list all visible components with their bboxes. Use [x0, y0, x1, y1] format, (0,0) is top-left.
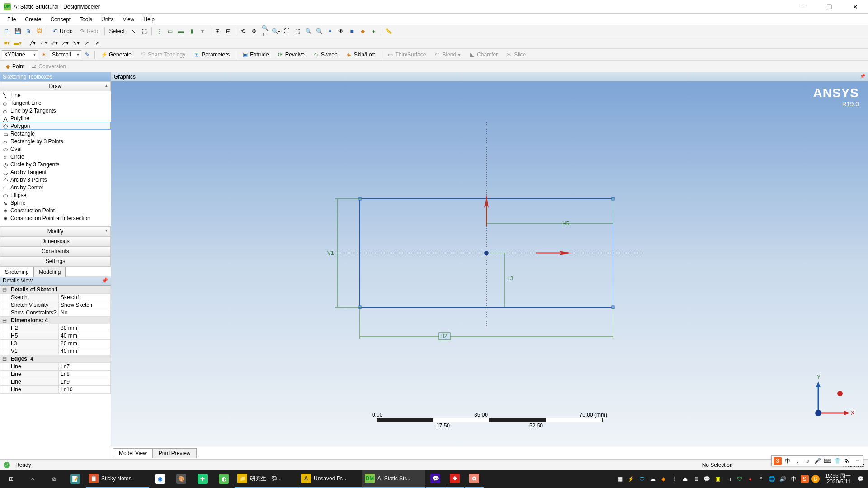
- zoom-fit[interactable]: ⛶: [282, 27, 292, 36]
- detail-constraints-value[interactable]: No: [59, 309, 111, 317]
- magnify[interactable]: 🔍: [303, 27, 313, 36]
- tool-arc-tangent[interactable]: ◡Arc by Tangent: [0, 168, 111, 176]
- redo-button[interactable]: ↷Redo: [76, 27, 103, 36]
- tool-spline[interactable]: ∿Spline: [0, 199, 111, 206]
- pinned-app-1[interactable]: ✚: [192, 470, 213, 488]
- dim-v1-value[interactable]: 40 mm: [59, 347, 111, 355]
- constraints-category-header[interactable]: Constraints: [0, 246, 111, 256]
- filter-points[interactable]: ⋮: [154, 27, 164, 36]
- tray-shield2-icon[interactable]: 🛡: [736, 475, 744, 483]
- thin-surface-button[interactable]: ▭Thin/Surface: [383, 50, 429, 60]
- select-cursor[interactable]: ↖: [128, 27, 138, 36]
- tray-user-icon[interactable]: B: [811, 475, 820, 483]
- collapse-group-dims[interactable]: ⊟: [0, 317, 9, 324]
- ruler-toggle[interactable]: 📏: [383, 27, 393, 36]
- prev-view[interactable]: 🔍: [314, 27, 324, 36]
- zoom-box[interactable]: ⬚: [292, 27, 302, 36]
- ime-skin-icon[interactable]: 👕: [833, 457, 841, 465]
- tab-sketching[interactable]: Sketching: [0, 267, 34, 277]
- taskbar-app-dm[interactable]: DMA: Static Str...: [362, 470, 425, 488]
- start-button[interactable]: ⊞: [1, 470, 22, 488]
- pinned-paint[interactable]: 🎨: [171, 470, 192, 488]
- tray-shield-icon[interactable]: 🛡: [638, 475, 646, 483]
- filter-more[interactable]: ▾: [198, 27, 208, 36]
- shrink-selection[interactable]: ⊟: [223, 27, 233, 36]
- tool-polygon[interactable]: ⬠Polygon: [0, 122, 111, 130]
- line-style-5[interactable]: ↗: [82, 38, 92, 47]
- export-button[interactable]: 🗎: [24, 27, 33, 36]
- collapse-group-edges[interactable]: ⊟: [0, 355, 9, 363]
- graphics-pin-icon[interactable]: 📌: [860, 74, 865, 80]
- pinned-notepad[interactable]: 📝: [65, 470, 85, 488]
- pinned-chrome[interactable]: ◉: [150, 470, 170, 488]
- face-color[interactable]: ■▾: [2, 38, 12, 47]
- skin-loft-button[interactable]: ◈Skin/Loft: [342, 50, 379, 60]
- taskbar-app-explorer[interactable]: 📁研究生---弹...: [235, 470, 298, 488]
- menu-concept[interactable]: Concept: [46, 14, 75, 24]
- ime-lang-toggle[interactable]: 中: [783, 457, 792, 465]
- tab-print-preview[interactable]: Print Preview: [153, 448, 197, 458]
- menu-create[interactable]: Create: [20, 14, 46, 24]
- tray-up-arrow-icon[interactable]: ^: [757, 475, 765, 483]
- sketch-new-button[interactable]: ✎: [82, 50, 92, 59]
- parameters-button[interactable]: ⊞Parameters: [190, 50, 233, 60]
- tool-rectangle-3-points[interactable]: ▱Rectangle by 3 Points: [0, 137, 111, 145]
- point-button[interactable]: ◆Point: [2, 62, 27, 71]
- ime-punct-toggle[interactable]: ，: [793, 457, 802, 465]
- ime-settings-icon[interactable]: 🛠: [843, 457, 851, 465]
- select-new[interactable]: ⬚: [139, 27, 149, 36]
- taskbar-app-red[interactable]: ❖: [445, 470, 464, 488]
- generate-button[interactable]: ⚡Generate: [97, 50, 135, 60]
- tool-rectangle[interactable]: ▭Rectangle: [0, 130, 111, 137]
- new-button[interactable]: 🗋: [2, 27, 12, 36]
- menu-view[interactable]: View: [118, 14, 139, 24]
- sketch-combo[interactable]: Sketch1: [50, 50, 81, 59]
- tray-action-center-icon[interactable]: 💬: [856, 475, 864, 483]
- chamfer-button[interactable]: ◣Chamfer: [465, 50, 501, 60]
- dimensions-category-header[interactable]: Dimensions: [0, 236, 111, 246]
- view-triad[interactable]: Y X: [809, 379, 850, 420]
- line-style-4[interactable]: ⤡▾: [71, 38, 81, 47]
- rotate-view[interactable]: ⟲: [238, 27, 248, 36]
- ime-keyboard-icon[interactable]: ⌨: [823, 457, 831, 465]
- dim-l3-value[interactable]: 20 mm: [59, 340, 111, 347]
- ime-floating-bar[interactable]: S 中 ， ☺ 🎤 ⌨ 👕 🛠 ≡: [771, 455, 863, 466]
- tab-modeling[interactable]: Modeling: [34, 267, 66, 277]
- pin-icon[interactable]: 📌: [101, 277, 108, 284]
- tray-red-icon[interactable]: ●: [746, 475, 755, 483]
- share-topology-button[interactable]: ♡Share Topology: [136, 50, 189, 60]
- menu-tools[interactable]: Tools: [75, 14, 97, 24]
- line-tool[interactable]: ╱▾: [28, 38, 38, 47]
- collapse-group-sketch[interactable]: ⊟: [0, 286, 9, 294]
- ime-logo-icon[interactable]: S: [774, 457, 782, 465]
- tool-construction-point[interactable]: ✶Construction Point: [0, 206, 111, 214]
- menu-help[interactable]: Help: [139, 14, 159, 24]
- graphics-canvas[interactable]: ANSYS R19.0: [111, 81, 868, 447]
- tray-grid-icon[interactable]: ▦: [616, 475, 624, 483]
- save-button[interactable]: 💾: [13, 27, 23, 36]
- dim-h5-value[interactable]: 40 mm: [59, 332, 111, 340]
- undo-button[interactable]: ↶Undo: [49, 27, 75, 36]
- iso-view[interactable]: ✦: [325, 27, 335, 36]
- tool-construction-point-intersection[interactable]: ✷Construction Point at Intersection: [0, 214, 111, 222]
- cortana-button[interactable]: ○: [22, 470, 43, 488]
- edge-ln7[interactable]: Ln7: [59, 363, 111, 371]
- tool-ellipse[interactable]: ⬭Ellipse: [0, 191, 111, 199]
- pan-view[interactable]: ✥: [249, 27, 259, 36]
- filter-faces[interactable]: ▬: [176, 27, 186, 36]
- tray-volume-icon[interactable]: 🔊: [779, 475, 787, 483]
- tray-sogou-icon[interactable]: S: [801, 475, 809, 483]
- taskbar-clock[interactable]: 15:55 周一 2020/5/11: [822, 473, 854, 485]
- pinned-app-2[interactable]: ◐: [213, 470, 234, 488]
- tool-line-by-2-tangents[interactable]: ⦶Line by 2 Tangents: [0, 107, 111, 114]
- tray-gray-icon[interactable]: ◻: [725, 475, 733, 483]
- edge-ln10[interactable]: Ln10: [59, 386, 111, 394]
- tool-oval[interactable]: ⬭Oval: [0, 145, 111, 153]
- tray-cloud-icon[interactable]: ☁: [649, 475, 657, 483]
- tray-eject-icon[interactable]: ⏏: [681, 475, 689, 483]
- taskbar-app-sticky-notes[interactable]: 📋Sticky Notes: [86, 470, 149, 488]
- edge-ln9[interactable]: Ln9: [59, 378, 111, 386]
- dim-h2-value[interactable]: 80 mm: [59, 324, 111, 332]
- line-style-6[interactable]: ⇗: [93, 38, 103, 47]
- zoom-in[interactable]: 🔍+: [260, 27, 270, 36]
